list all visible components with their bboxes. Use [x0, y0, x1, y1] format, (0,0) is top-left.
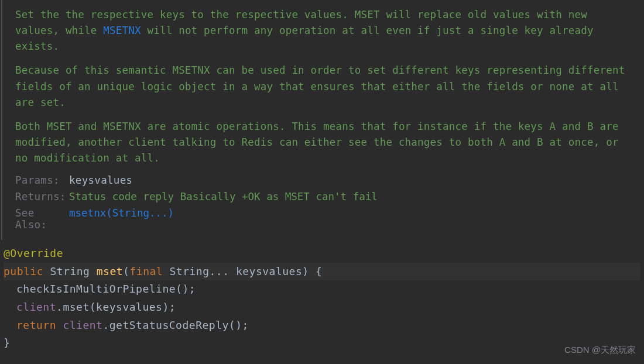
- ident-client-2: client: [63, 319, 102, 331]
- javadoc-block: Set the the respective keys to the respe…: [1, 0, 644, 240]
- code-editor[interactable]: @Override public String mset(final Strin…: [0, 240, 644, 357]
- param-name: keysvalues: [236, 265, 302, 277]
- seealso-label: See Also:: [15, 207, 69, 231]
- returns-label: Returns:: [15, 191, 69, 202]
- javadoc-paragraph-2: Because of this semantic MSETNX can be u…: [15, 63, 633, 110]
- method-name: mset: [97, 265, 123, 277]
- javadoc-tags: Params: keysvalues Returns: Status code …: [15, 174, 633, 231]
- call-mset: mset: [63, 301, 89, 313]
- javadoc-params-row: Params: keysvalues: [15, 174, 633, 186]
- keyword-final: final: [129, 265, 163, 277]
- seealso-link[interactable]: msetnx(String...): [69, 207, 174, 219]
- watermark: CSDN @天然玩家: [564, 345, 636, 356]
- call-checkismulti: checkIsInMultiOrPipeline: [16, 283, 176, 295]
- javadoc-paragraph-1: Set the the respective keys to the respe…: [15, 7, 633, 54]
- ident-client-1: client: [16, 301, 56, 313]
- param-type: String...: [169, 265, 229, 277]
- javadoc-returns-row: Returns: Status code reply Basically +OK…: [15, 191, 633, 202]
- returns-value: Status code reply Basically +OK as MSET …: [69, 191, 378, 202]
- return-type: String: [50, 265, 90, 277]
- javadoc-seealso-row: See Also: msetnx(String...): [15, 207, 633, 231]
- arg-keysvalues: keysvalues: [96, 301, 162, 313]
- current-line: public String mset(final String... keysv…: [4, 263, 640, 281]
- javadoc-link-msetnx[interactable]: MSETNX: [103, 25, 141, 36]
- keyword-public: public: [4, 265, 43, 277]
- keyword-return: return: [16, 319, 56, 331]
- params-label: Params:: [15, 174, 69, 186]
- params-value: keysvalues: [69, 174, 132, 186]
- call-getstatuscodereply: getStatusCodeReply: [109, 319, 229, 331]
- javadoc-paragraph-3: Both MSET and MSETNX are atomic operatio…: [15, 119, 633, 166]
- annotation-override: @Override: [4, 247, 63, 259]
